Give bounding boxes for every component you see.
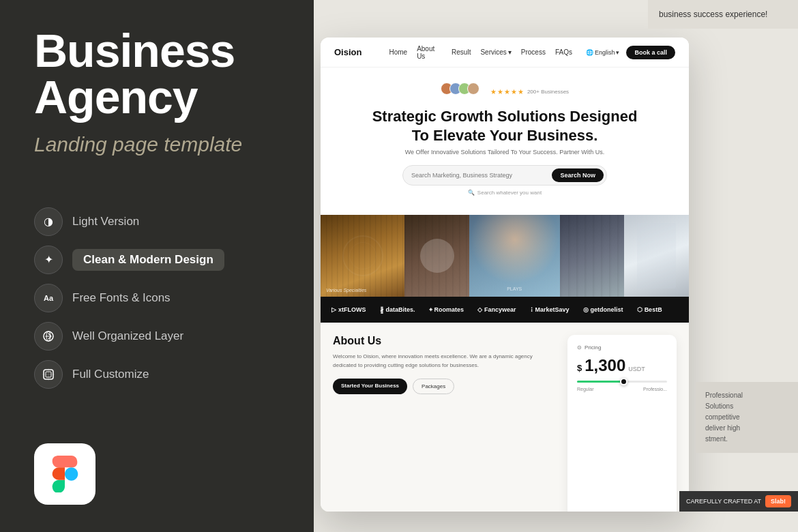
photo-strip: Various Specialties PLAYS <box>321 215 689 297</box>
brand-fancywear: ◇ Fancywear <box>477 306 516 313</box>
preview-card: Oision Home About Us Result Services ▾ P… <box>321 38 689 512</box>
roomates-icon: ⌖ <box>429 306 432 314</box>
photo-4 <box>560 215 625 297</box>
figma-logo <box>34 443 95 505</box>
getdonelist-icon: ◎ <box>583 306 589 313</box>
marketsavy-icon: ⫶ <box>530 306 533 313</box>
nav-about[interactable]: About Us <box>417 45 442 60</box>
nav-logo: Oision <box>334 47 361 57</box>
brand-xtflows: ▷ xtFLOWS <box>331 306 366 313</box>
right-panel: business success experience! Oision Home… <box>314 0 798 532</box>
crafted-label: CAREFULLY CRAFTED AT <box>686 498 761 505</box>
slider-min-label: Regular <box>577 387 594 391</box>
slider-max-label: Professio... <box>643 387 667 391</box>
avatar-4 <box>467 83 479 95</box>
brand-bestb: ⬡ BestB <box>637 306 662 313</box>
nav-result[interactable]: Result <box>452 45 471 60</box>
subtitle: Landing page template <box>34 131 280 158</box>
nav-links: Home About Us Result Services ▾ Process … <box>389 45 572 60</box>
fancywear-icon: ◇ <box>477 306 482 313</box>
nav-home[interactable]: Home <box>389 45 407 60</box>
pricing-icon: ⊙ <box>577 344 582 351</box>
nav-services[interactable]: Services ▾ <box>480 45 511 60</box>
pricing-slider[interactable] <box>577 381 667 383</box>
features-list: ◑ Light Version ✦ Clean & Modern Design … <box>34 207 280 389</box>
feature-organized-layer[interactable]: Well Organized Layer <box>34 322 280 351</box>
price-amount: 1,300 <box>585 356 625 375</box>
pricing-header: ⊙ Pricing <box>577 344 667 351</box>
hero-stars: ★★★★★ 200+ Businesses <box>490 88 569 95</box>
book-call-button[interactable]: Book a call <box>626 46 675 59</box>
feature-label: Full Customize <box>72 368 149 381</box>
language-selector[interactable]: 🌐 English ▾ <box>586 49 620 56</box>
bestb-icon: ⬡ <box>637 306 642 313</box>
free-fonts-icon: Aa <box>34 284 63 312</box>
xtflows-icon: ▷ <box>331 306 336 313</box>
crafted-badge: CAREFULLY CRAFTED AT Slab! <box>679 491 798 512</box>
bottom-area <box>34 443 280 505</box>
feature-free-fonts[interactable]: Aa Free Fonts & Icons <box>34 284 280 312</box>
clean-design-icon: ✦ <box>34 246 63 274</box>
nav-right: 🌐 English ▾ Book a call <box>586 46 675 59</box>
search-input[interactable] <box>411 172 552 179</box>
brand-strip: ▷ xtFLOWS ∦ dataBites. ⌖ Roomates ◇ Fanc… <box>321 297 689 323</box>
about-text: Welcome to Oision, where innovation meet… <box>333 353 557 370</box>
feature-light-version[interactable]: ◑ Light Version <box>34 207 280 236</box>
about-title: About Us <box>333 335 557 347</box>
light-version-icon: ◑ <box>34 207 63 236</box>
hero-description: We Offer Innovative Solutions Tailored T… <box>334 149 675 156</box>
photo-5 <box>624 215 689 297</box>
about-section: About Us Welcome to Oision, where innova… <box>333 335 557 512</box>
top-bleed: business success experience! <box>648 0 798 29</box>
currency-symbol: $ <box>577 363 582 373</box>
right-bleed-text: ProfessionalSolutionscompetitivedeliver … <box>705 390 788 445</box>
slider-handle[interactable] <box>620 378 627 385</box>
brand-roomates: ⌖ Roomates <box>429 306 464 314</box>
hero-search-hint: 🔍 Search whatever you want <box>334 190 675 196</box>
preview-hero: ★★★★★ 200+ Businesses Strategic Growth S… <box>321 68 689 215</box>
left-panel: Business Agency Landing page template ◑ … <box>0 0 314 532</box>
pricing-price: $ 1,300 USDT <box>577 356 667 375</box>
brand-databites: ∦ dataBites. <box>380 306 415 314</box>
nav-faqs[interactable]: FAQs <box>555 45 572 60</box>
preview-navbar: Oision Home About Us Result Services ▾ P… <box>321 38 689 68</box>
brand-marketsavy: ⫶ MarketSavy <box>530 306 570 313</box>
main-title: Business Agency <box>34 27 280 120</box>
feature-full-customize[interactable]: Full Customize <box>34 360 280 389</box>
about-buttons: Started Your Business Packages <box>333 379 557 394</box>
hero-search-bar[interactable]: Search Now <box>402 165 607 186</box>
search-hint-icon: 🔍 <box>468 190 475 196</box>
search-button[interactable]: Search Now <box>552 168 604 182</box>
feature-clean-design[interactable]: ✦ Clean & Modern Design <box>34 246 280 274</box>
feature-label: Clean & Modern Design <box>83 253 213 266</box>
right-bleed: ProfessionalSolutionscompetitivedeliver … <box>696 382 798 453</box>
slab-badge: Slab! <box>765 495 791 507</box>
full-customize-icon <box>34 360 63 389</box>
preview-lower: About Us Welcome to Oision, where innova… <box>321 323 689 512</box>
feature-label: Free Fonts & Icons <box>72 291 171 304</box>
slider-fill <box>577 381 627 383</box>
packages-button[interactable]: Packages <box>413 379 454 394</box>
chevron-down-icon: ▾ <box>508 48 512 56</box>
pricing-card: ⊙ Pricing $ 1,300 USDT Regular Professio… <box>567 335 677 512</box>
hero-rating-row: ★★★★★ 200+ Businesses <box>334 83 675 100</box>
hero-title: Strategic Growth Solutions Designed To E… <box>334 107 675 145</box>
chevron-down-icon: ▾ <box>616 49 619 56</box>
photo-1: Various Specialties <box>321 215 404 297</box>
price-unit: USDT <box>628 366 645 372</box>
hero-avatars <box>441 83 479 95</box>
pricing-labels: Regular Professio... <box>577 387 667 391</box>
globe-icon: 🌐 <box>586 49 593 56</box>
photo-3: PLAYS <box>469 215 560 297</box>
nav-process[interactable]: Process <box>521 45 546 60</box>
started-button[interactable]: Started Your Business <box>333 379 407 394</box>
databites-icon: ∦ <box>380 306 384 314</box>
brand-getdonelist: ◎ getdonelist <box>583 306 623 313</box>
feature-label: Well Organized Layer <box>72 329 183 342</box>
photo-2 <box>404 215 469 297</box>
feature-label: Light Version <box>72 215 139 228</box>
photo-overlay: Various Specialties <box>326 288 366 293</box>
organized-layer-icon <box>34 322 63 351</box>
